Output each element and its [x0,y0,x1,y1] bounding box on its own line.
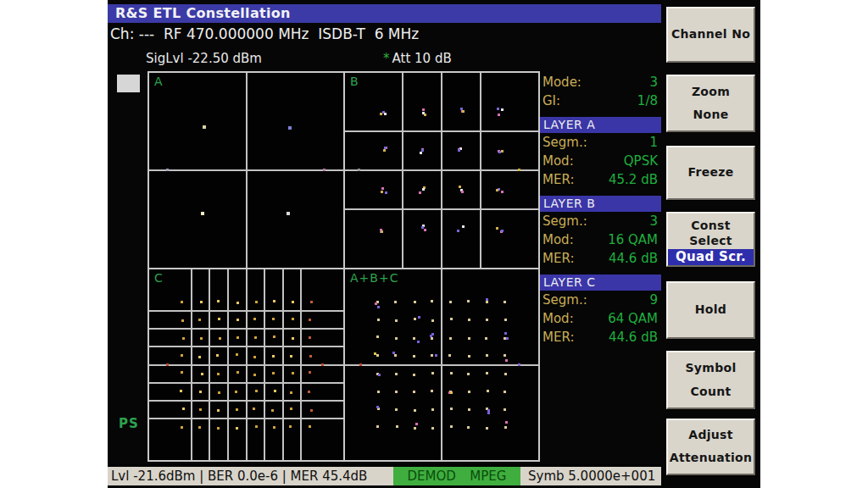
constellation-dot [496,227,498,230]
constellation-dot [394,354,397,357]
constellation-dot [376,354,379,357]
info-row: Segm.:3 [540,212,661,230]
grid-line [345,364,538,366]
constellation-dot [395,337,398,340]
grid-line [149,169,343,171]
constellation-dot [435,354,437,357]
constellation-dot [380,113,382,115]
constellation-dot [413,337,415,340]
constellation-dot [394,301,397,303]
constellation-dot [395,408,398,411]
softkey-const-select[interactable]: ConstSelectQuad Scr. [666,212,755,267]
quadrant-c: C [147,268,345,462]
constellation-dot [182,408,185,410]
softkey-channel-no[interactable]: Channel No [666,7,755,63]
softkey-label: Attenuation [670,451,752,466]
constellation-dot [450,372,453,374]
softkey-freeze[interactable]: Freeze [666,146,755,200]
info-row-value: 44.6 dB [609,330,658,345]
constellation-dot [422,108,425,111]
constellation-dot [504,408,506,411]
info-row-value: 45.2 dB [609,172,658,187]
grid-line [149,400,343,402]
grid-line [480,73,481,268]
pilot-dot [518,363,520,366]
pilot-dot [358,169,360,171]
constellation-dot [414,409,416,412]
info-row-value: 44.6 dB [609,251,658,266]
info-row-label: MER: [542,330,574,345]
info-row: Mod:QPSK [540,152,661,170]
constellation-dot [467,426,470,429]
layer-list: LAYER ASegm.:1Mod:QPSKMER:45.2 dBLAYER B… [540,117,661,347]
constellation-dot [236,371,239,374]
softkey-adjust-attenuation[interactable]: AdjustAttenuation [666,419,755,475]
constellation-dot [199,408,202,411]
grid-line [191,269,192,460]
constellation-dot [290,391,292,394]
constellation-dot [200,301,203,303]
constellation-dot [487,412,490,414]
grid-line [209,269,210,460]
constellation-dot [504,391,506,393]
constellation-dot [182,337,185,340]
grid-line [345,169,538,171]
demod-label: DEMOD [408,469,456,484]
softkey-selected-value[interactable]: Quad Scr. [668,249,754,265]
etl-screen: R&S ETL Constellation Ch: --- RF 470.000… [108,0,760,488]
constellation-dot [376,425,379,428]
constellation-dot [272,355,275,358]
constellation-dot [396,425,398,428]
constellation-dot [431,319,434,322]
constellation-dot [461,191,464,193]
info-row-value: 64 QAM [608,311,658,326]
constellation-dot [377,306,380,308]
quadrant-label: C [154,271,164,285]
constellation-dot [496,189,498,191]
constellation-dot [395,373,398,375]
constellation-dot [421,226,424,229]
pilot-dot [323,169,326,171]
constellation-dot [236,319,239,321]
constellation-dot [181,426,183,429]
status-bar: Lvl -21.6dBm | BER 0.0e-6 | MER 45.4dB D… [108,464,661,485]
info-row-label: Segm.: [542,292,587,308]
constellation-dot [413,391,415,393]
softkey-hold[interactable]: Hold [666,281,755,339]
constellation-dot [289,425,292,428]
constellation-dot [181,319,184,322]
layer-header: LAYER A [540,117,661,133]
constellation-dot [272,318,275,320]
info-row-label: Mod: [542,311,574,326]
softkey-label: None [693,108,729,123]
constellation-dot [381,187,384,190]
constellation-dot [383,149,386,152]
constellation-dot [309,371,311,374]
constellation-dot [181,371,183,374]
constellation-dot [420,152,422,154]
softkey-label: Hold [695,302,726,318]
softkey-label: Const [691,219,730,234]
channel-info: Ch: --- RF 470.000000 MHz ISDB-T 6 MHz [110,25,419,42]
softkey-symbol-count[interactable]: SymbolCount [666,351,755,409]
info-row-label: Segm.: [542,135,587,150]
softkey-zoom[interactable]: ZoomNone [666,75,755,132]
constellation-dot [504,319,507,321]
grid-line [345,208,538,210]
status-measurements: Lvl -21.6dBm | BER 0.0e-6 | MER 45.4dB [111,469,367,484]
quadrant-abc: A+B+C [343,268,540,462]
constellation-dot [486,372,488,374]
constellation-dot [292,301,294,303]
mode-label: Mode: [542,75,581,90]
constellation-dot [374,352,376,355]
constellation-dot [308,391,310,393]
constellation-dot [255,390,258,392]
constellation-dot [449,301,452,303]
constellation-dot [203,125,206,129]
grid-line [345,130,538,132]
grid-line [402,73,403,268]
constellation-dot [236,353,238,356]
pilot-dot [359,363,362,366]
info-row: MER:44.6 dB [540,249,661,268]
softkey-label: Channel No [671,27,750,42]
